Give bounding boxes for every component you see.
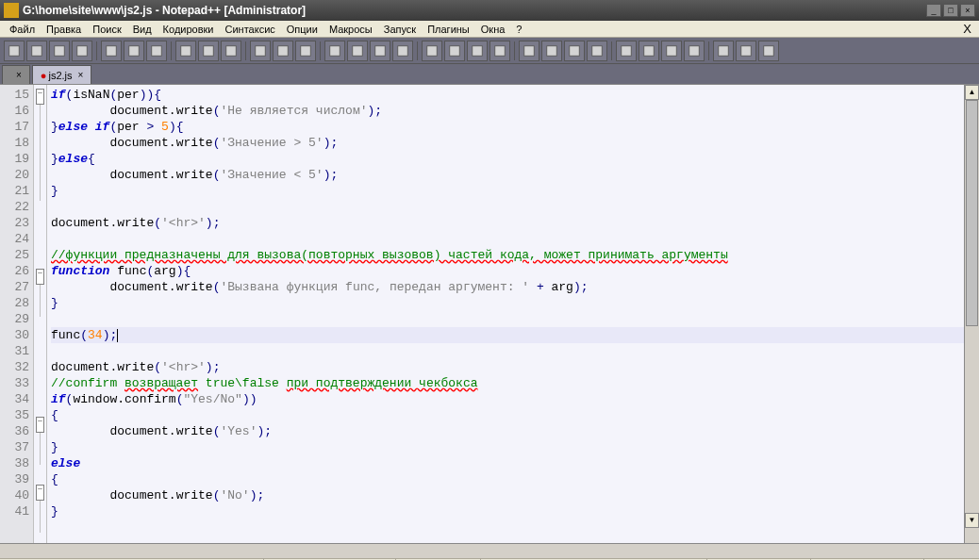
fold-toggle-icon[interactable]: − xyxy=(36,89,44,105)
code-line[interactable] xyxy=(51,199,964,215)
print-button[interactable] xyxy=(146,41,167,61)
menu-windows[interactable]: Окна xyxy=(475,22,511,37)
minimize-button[interactable]: _ xyxy=(926,4,941,17)
code-line[interactable]: if(window.confirm("Yes/No")) xyxy=(51,391,964,407)
fold-icon xyxy=(523,44,536,58)
code-line[interactable]: { xyxy=(51,471,964,487)
new-button[interactable] xyxy=(4,41,25,61)
menu-encoding[interactable]: Кодировки xyxy=(158,22,220,37)
code-line[interactable]: { xyxy=(51,407,964,423)
close-all-button[interactable] xyxy=(124,41,144,61)
zoom-in-button[interactable] xyxy=(347,41,368,61)
uncomment-button[interactable] xyxy=(587,41,607,61)
code-line[interactable]: document.write('Значение < 5'); xyxy=(51,167,964,183)
macro-record-button[interactable] xyxy=(616,41,637,61)
sync-button[interactable] xyxy=(392,41,413,61)
code-line[interactable] xyxy=(51,311,964,327)
scroll-thumb[interactable] xyxy=(966,100,978,326)
doc-map-icon xyxy=(688,44,701,58)
paste-button[interactable] xyxy=(221,41,241,61)
func-list-button[interactable] xyxy=(713,41,734,61)
preferences-icon xyxy=(762,44,775,58)
app-icon xyxy=(4,3,19,18)
undo-icon xyxy=(254,44,267,58)
zoom-out-button[interactable] xyxy=(370,41,390,61)
redo-button[interactable] xyxy=(273,41,293,61)
code-line[interactable]: else xyxy=(51,455,964,471)
menu-plugins[interactable]: Плагины xyxy=(422,22,475,37)
tab-close-icon[interactable]: × xyxy=(78,70,84,80)
maximize-button[interactable]: □ xyxy=(943,4,958,17)
code-line[interactable]: function func(arg){ xyxy=(51,263,964,279)
doc-map-button[interactable] xyxy=(684,41,705,61)
code-line[interactable]: //функции предназначены для вызова(повто… xyxy=(51,247,964,263)
close-button[interactable] xyxy=(101,41,122,61)
menu-syntax[interactable]: Синтаксис xyxy=(220,22,281,37)
fold-toggle-icon[interactable]: − xyxy=(36,269,44,285)
code-line[interactable]: } xyxy=(51,439,964,455)
svg-rect-13 xyxy=(330,45,340,56)
preferences-button[interactable] xyxy=(758,41,779,61)
menu-macros[interactable]: Макросы xyxy=(324,22,378,37)
code-line[interactable]: document.write('<hr>'); xyxy=(51,215,964,231)
macro-play-button[interactable] xyxy=(661,41,682,61)
code-line[interactable]: if(isNaN(per)){ xyxy=(51,87,964,103)
outdent-button[interactable] xyxy=(490,41,510,61)
vertical-scrollbar[interactable]: ▲ ▼ xyxy=(964,85,979,543)
tab-empty[interactable]: × xyxy=(2,65,30,84)
macro-stop-button[interactable] xyxy=(639,41,659,61)
code-line[interactable]: document.write('No'); xyxy=(51,487,964,503)
scroll-up-icon[interactable]: ▲ xyxy=(965,85,979,100)
code-line[interactable]: }else if(per > 5){ xyxy=(51,119,964,135)
code-area[interactable]: if(isNaN(per)){ document.write('Не являе… xyxy=(47,85,964,543)
paste-icon xyxy=(224,44,238,58)
fold-button[interactable] xyxy=(519,41,539,61)
wordwrap-button[interactable] xyxy=(422,41,442,61)
find-button[interactable] xyxy=(295,41,316,61)
code-line[interactable]: document.write('Yes'); xyxy=(51,423,964,439)
fold-toggle-icon[interactable]: − xyxy=(36,485,44,501)
tab-js2[interactable]: ● js2.js × xyxy=(32,65,92,84)
code-line[interactable]: document.write('Значение > 5'); xyxy=(51,135,964,151)
code-line[interactable]: //confirm возвращает true\false при подт… xyxy=(51,375,964,391)
menu-options[interactable]: Опции xyxy=(281,22,324,37)
code-line[interactable]: document.write('Вызвана функция func, пе… xyxy=(51,279,964,295)
svg-rect-10 xyxy=(256,45,266,56)
undo-button[interactable] xyxy=(250,41,271,61)
show-all-button[interactable] xyxy=(444,41,465,61)
code-line[interactable]: document.write('<hr>'); xyxy=(51,359,964,375)
save-all-button[interactable] xyxy=(72,41,92,61)
save-button[interactable] xyxy=(49,41,70,61)
comment-button[interactable] xyxy=(564,41,585,61)
tabbar: × ● js2.js × xyxy=(0,64,979,85)
scroll-down-icon[interactable]: ▼ xyxy=(965,513,979,528)
code-line[interactable] xyxy=(51,343,964,359)
close-doc-x[interactable]: X xyxy=(963,22,971,36)
cut-button[interactable] xyxy=(175,41,196,61)
code-line[interactable]: } xyxy=(51,503,964,519)
menu-help[interactable]: ? xyxy=(510,22,527,37)
svg-rect-22 xyxy=(547,45,557,56)
unfold-button[interactable] xyxy=(541,41,562,61)
code-line[interactable] xyxy=(51,231,964,247)
code-line[interactable]: document.write('Не является числом'); xyxy=(51,103,964,119)
fold-toggle-icon[interactable]: − xyxy=(36,417,44,433)
code-line[interactable]: }else{ xyxy=(51,151,964,167)
horizontal-scrollbar[interactable] xyxy=(0,543,979,558)
menu-search[interactable]: Поиск xyxy=(87,22,126,37)
menu-edit[interactable]: Правка xyxy=(41,22,87,37)
close-button[interactable]: × xyxy=(960,4,975,17)
macro-play-icon xyxy=(665,44,678,58)
menu-file[interactable]: Файл xyxy=(4,22,41,37)
copy-button[interactable] xyxy=(198,41,219,61)
open-button[interactable] xyxy=(26,41,47,61)
code-line[interactable]: func(34); xyxy=(51,327,964,343)
code-line[interactable]: } xyxy=(51,183,964,199)
code-line[interactable]: } xyxy=(51,295,964,311)
menu-view[interactable]: Вид xyxy=(127,22,158,37)
indent-button[interactable] xyxy=(467,41,488,61)
tab-close-icon[interactable]: × xyxy=(16,70,22,80)
replace-button[interactable] xyxy=(324,41,345,61)
menu-run[interactable]: Запуск xyxy=(378,22,422,37)
spellcheck-button[interactable] xyxy=(736,41,756,61)
